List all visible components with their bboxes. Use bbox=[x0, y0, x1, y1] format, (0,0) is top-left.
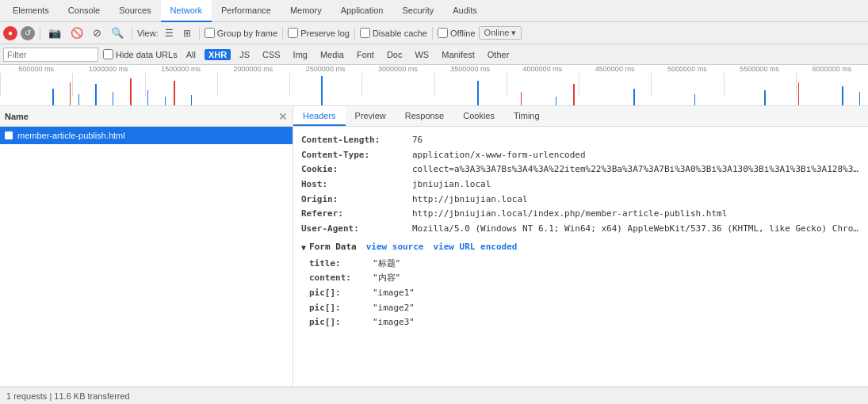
header-row-host: Host: jbniujian.local bbox=[301, 177, 860, 192]
form-key-content: content: bbox=[309, 271, 373, 286]
filter-icon[interactable]: ⊘ bbox=[90, 25, 105, 40]
header-val-host: jbniujian.local bbox=[412, 177, 491, 192]
filter-doc-btn[interactable]: Doc bbox=[383, 50, 407, 59]
filter-ws-btn[interactable]: WS bbox=[411, 50, 433, 59]
form-val-title: "标题" bbox=[373, 257, 400, 272]
search-icon[interactable]: 🔍 bbox=[108, 25, 127, 40]
record-button[interactable]: ● bbox=[3, 26, 17, 40]
status-bar: 1 requests | 11.6 KB transferred bbox=[0, 387, 868, 404]
detail-content: Content-Length: 76 Content-Type: applica… bbox=[293, 127, 868, 387]
tab-response[interactable]: Response bbox=[396, 106, 454, 126]
timeline-label-0: 500000 ms bbox=[0, 65, 72, 73]
separator-2 bbox=[132, 27, 132, 40]
separator-6 bbox=[432, 27, 433, 40]
timeline-label-3: 2000000 ms bbox=[217, 65, 289, 73]
timeline-label-7: 4000000 ms bbox=[507, 65, 579, 73]
form-data-row-0: title: "标题" bbox=[301, 257, 860, 272]
separator-1 bbox=[40, 27, 40, 40]
timeline-bar: 500000 ms 1000000 ms 1500000 ms 2000000 … bbox=[0, 65, 868, 106]
tab-console[interactable]: Console bbox=[59, 0, 109, 22]
filter-row: Hide data URLs All XHR JS CSS Img Media … bbox=[0, 44, 868, 65]
timeline-label-8: 4500000 ms bbox=[579, 65, 651, 73]
header-key-content-type: Content-Type: bbox=[301, 148, 412, 163]
stop-button[interactable]: ↺ bbox=[21, 26, 35, 40]
filter-css-btn[interactable]: CSS bbox=[258, 50, 285, 59]
header-val-content-length: 76 bbox=[412, 133, 423, 148]
timeline-label-1: 1000000 ms bbox=[72, 65, 144, 73]
form-key-pic2: pic[]: bbox=[309, 301, 373, 316]
clear-icon[interactable]: 🚫 bbox=[67, 25, 86, 40]
view-url-encoded-link[interactable]: view URL encoded bbox=[434, 240, 518, 255]
header-val-referer: http://jbniujian.local/index.php/member-… bbox=[412, 207, 727, 222]
tab-application[interactable]: Application bbox=[331, 0, 393, 22]
form-val-content: "内容" bbox=[373, 271, 400, 286]
tab-headers[interactable]: Headers bbox=[293, 106, 346, 126]
header-val-cookie: collect=a%3A3%3A7Bs%3A4%3A%22item%22%3Ba… bbox=[412, 162, 860, 177]
group-by-frame-checkbox[interactable] bbox=[205, 28, 215, 38]
tab-audits[interactable]: Audits bbox=[443, 0, 487, 22]
list-item[interactable]: member-article-publish.html bbox=[0, 127, 293, 144]
left-panel: Name ✕ member-article-publish.html bbox=[0, 106, 293, 387]
filter-other-btn[interactable]: Other bbox=[484, 50, 514, 59]
view-source-link[interactable]: view source bbox=[366, 240, 424, 255]
group-by-frame-label[interactable]: Group by frame bbox=[205, 28, 277, 38]
form-key-title: title: bbox=[309, 257, 373, 272]
tab-sources[interactable]: Sources bbox=[109, 0, 160, 22]
close-detail-button[interactable]: ✕ bbox=[278, 110, 288, 123]
online-dropdown[interactable]: Online ▾ bbox=[479, 26, 522, 40]
tab-elements[interactable]: Elements bbox=[3, 0, 59, 22]
disable-cache-checkbox[interactable] bbox=[360, 28, 370, 38]
tab-performance[interactable]: Performance bbox=[212, 0, 281, 22]
filter-manifest-btn[interactable]: Manifest bbox=[438, 50, 479, 59]
disable-cache-label[interactable]: Disable cache bbox=[360, 28, 427, 38]
filter-media-btn[interactable]: Media bbox=[316, 50, 348, 59]
preserve-log-checkbox[interactable] bbox=[288, 28, 298, 38]
form-val-pic1: "image1" bbox=[373, 286, 415, 301]
filter-all-btn[interactable]: All bbox=[182, 50, 200, 59]
header-row-cookie: Cookie: collect=a%3A3%3A7Bs%3A4%3A%22ite… bbox=[301, 162, 860, 177]
tab-security[interactable]: Security bbox=[392, 0, 443, 22]
separator-3 bbox=[199, 27, 200, 40]
top-tabs-bar: Elements Console Sources Network Perform… bbox=[0, 0, 868, 22]
separator-5 bbox=[354, 27, 355, 40]
tab-memory[interactable]: Memory bbox=[281, 0, 331, 22]
filter-js-btn[interactable]: JS bbox=[235, 50, 254, 59]
tab-network[interactable]: Network bbox=[161, 0, 212, 22]
filter-font-btn[interactable]: Font bbox=[353, 50, 378, 59]
filter-xhr-btn[interactable]: XHR bbox=[205, 49, 231, 60]
filter-img-btn[interactable]: Img bbox=[289, 50, 312, 59]
view-grid-icon[interactable]: ⊞ bbox=[180, 26, 194, 40]
timeline-label-2: 1500000 ms bbox=[145, 65, 217, 73]
form-data-section-title: ▼ Form Data view source view URL encoded bbox=[301, 240, 860, 255]
status-text: 1 requests | 11.6 KB transferred bbox=[6, 391, 130, 401]
header-row-content-length: Content-Length: 76 bbox=[301, 133, 860, 148]
network-toolbar: ● ↺ 📷 🚫 ⊘ 🔍 View: ☰ ⊞ Group by frame Pre… bbox=[0, 22, 868, 44]
separator-4 bbox=[282, 27, 283, 40]
form-data-toggle[interactable]: ▼ bbox=[301, 241, 306, 254]
tab-cookies[interactable]: Cookies bbox=[453, 106, 504, 126]
header-key-referer: Referer: bbox=[301, 207, 412, 222]
tab-timing[interactable]: Timing bbox=[504, 106, 549, 126]
header-key-cookie: Cookie: bbox=[301, 162, 412, 177]
hide-data-urls-checkbox[interactable] bbox=[103, 49, 113, 59]
offline-label[interactable]: Offline bbox=[438, 28, 476, 38]
tab-preview[interactable]: Preview bbox=[346, 106, 396, 126]
preserve-log-label[interactable]: Preserve log bbox=[288, 28, 350, 38]
form-key-pic1: pic[]: bbox=[309, 286, 373, 301]
header-key-content-length: Content-Length: bbox=[301, 133, 412, 148]
form-val-pic2: "image2" bbox=[373, 301, 415, 316]
header-val-user-agent: Mozilla/5.0 (Windows NT 6.1; Win64; x64)… bbox=[412, 222, 860, 237]
hide-data-urls-label[interactable]: Hide data URLs bbox=[103, 49, 178, 59]
form-key-pic3: pic[]: bbox=[309, 315, 373, 330]
timeline-label-6: 3500000 ms bbox=[434, 65, 507, 73]
name-column-header: Name ✕ bbox=[0, 106, 293, 127]
filter-input[interactable] bbox=[3, 48, 98, 62]
camera-icon[interactable]: 📷 bbox=[45, 25, 64, 40]
header-val-origin: http://jbniujian.local bbox=[412, 192, 528, 208]
form-data-row-2: pic[]: "image1" bbox=[301, 286, 860, 301]
header-row-user-agent: User-Agent: Mozilla/5.0 (Windows NT 6.1;… bbox=[301, 222, 860, 237]
view-list-icon[interactable]: ☰ bbox=[162, 26, 177, 40]
offline-checkbox[interactable] bbox=[438, 28, 448, 38]
form-data-row-1: content: "内容" bbox=[301, 271, 860, 286]
main-area: Name ✕ member-article-publish.html Heade… bbox=[0, 106, 868, 387]
